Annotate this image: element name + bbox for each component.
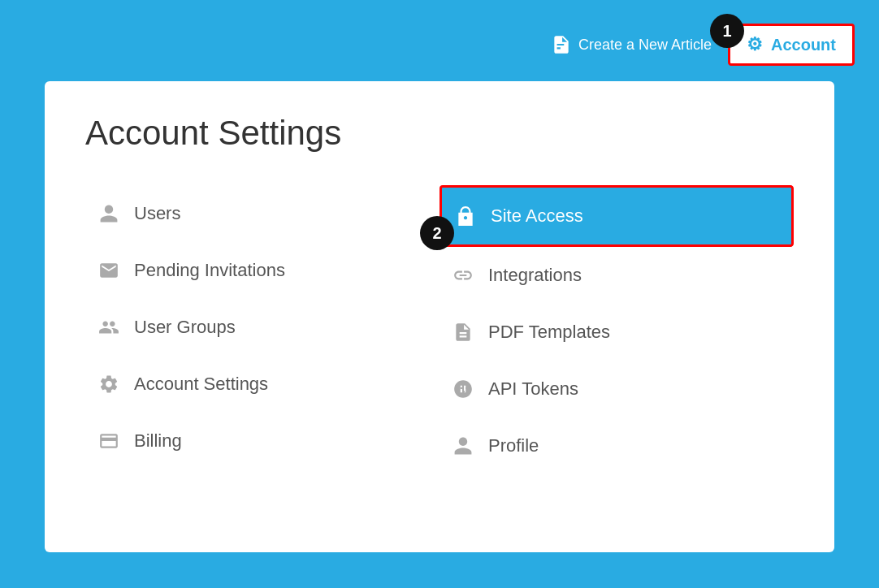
account-button[interactable]: ⚙ Account bbox=[728, 24, 855, 66]
api-icon bbox=[452, 378, 474, 400]
menu-item-integrations[interactable]: Integrations bbox=[440, 247, 794, 304]
step-badge-1: 1 bbox=[710, 14, 744, 48]
api-tokens-label: API Tokens bbox=[488, 378, 578, 400]
file-icon bbox=[452, 322, 474, 343]
menu-item-api-tokens[interactable]: API Tokens bbox=[440, 361, 794, 417]
site-access-label: Site Access bbox=[491, 205, 583, 227]
billing-label: Billing bbox=[134, 430, 182, 452]
billing-icon bbox=[98, 430, 119, 452]
right-menu: 2 Site Access Integrations bbox=[440, 185, 794, 474]
user-icon bbox=[98, 203, 119, 224]
account-button-wrapper: 1 ⚙ Account bbox=[728, 24, 855, 66]
menu-item-user-groups[interactable]: User Groups bbox=[85, 299, 440, 356]
step-badge-2: 2 bbox=[420, 216, 454, 250]
user-groups-label: User Groups bbox=[134, 317, 236, 338]
envelope-icon bbox=[98, 260, 119, 281]
integrations-label: Integrations bbox=[488, 265, 582, 286]
pdf-templates-label: PDF Templates bbox=[488, 322, 610, 343]
main-card: Account Settings Users Pending Invitatio… bbox=[45, 81, 834, 552]
menu-item-account-settings[interactable]: Account Settings bbox=[85, 356, 440, 413]
create-article-button[interactable]: Create a New Article bbox=[551, 34, 712, 55]
menu-item-pending-invitations[interactable]: Pending Invitations bbox=[85, 242, 440, 299]
account-label: Account bbox=[771, 36, 836, 54]
lock-icon bbox=[455, 205, 476, 227]
settings-icon bbox=[98, 374, 119, 395]
profile-user-icon bbox=[452, 435, 474, 456]
link-icon bbox=[452, 265, 474, 286]
menu-grid: Users Pending Invitations User Groups bbox=[85, 185, 794, 474]
site-access-wrapper: 2 Site Access bbox=[440, 185, 794, 247]
menu-item-site-access[interactable]: Site Access bbox=[440, 185, 794, 247]
page-title: Account Settings bbox=[85, 114, 794, 153]
menu-item-users[interactable]: Users bbox=[85, 185, 440, 242]
left-menu: Users Pending Invitations User Groups bbox=[85, 185, 440, 474]
menu-item-profile[interactable]: Profile bbox=[440, 417, 794, 474]
create-article-icon bbox=[551, 34, 572, 55]
menu-item-pdf-templates[interactable]: PDF Templates bbox=[440, 304, 794, 361]
profile-label: Profile bbox=[488, 435, 539, 456]
menu-item-billing[interactable]: Billing bbox=[85, 413, 440, 469]
users-label: Users bbox=[134, 203, 180, 224]
pending-invitations-label: Pending Invitations bbox=[134, 260, 285, 281]
gear-icon: ⚙ bbox=[747, 34, 763, 55]
account-settings-label: Account Settings bbox=[134, 374, 268, 395]
header: Create a New Article 1 ⚙ Account bbox=[0, 0, 879, 89]
users-icon bbox=[98, 317, 119, 338]
create-article-label: Create a New Article bbox=[578, 37, 712, 54]
